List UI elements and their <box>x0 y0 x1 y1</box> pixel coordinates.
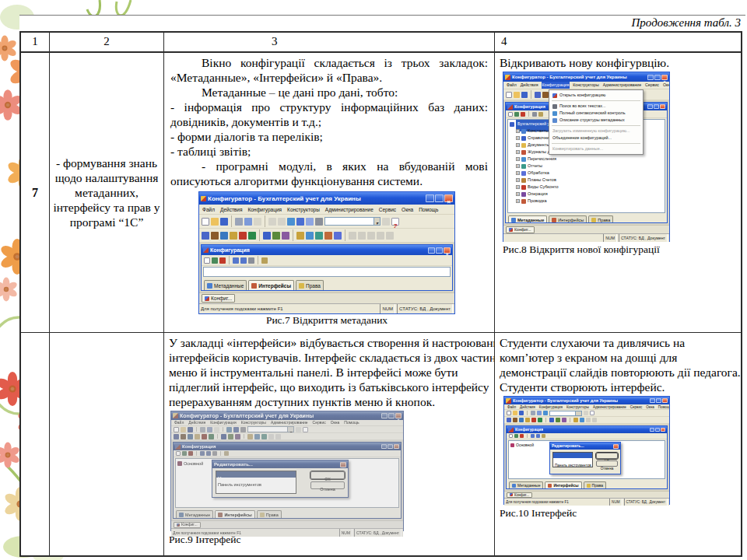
check-icon <box>552 111 557 116</box>
column-header-2: 2 <box>50 33 164 53</box>
menu-item: Файл <box>202 205 216 215</box>
tree-node-icon <box>521 143 526 148</box>
maximize-icon <box>388 413 395 418</box>
toolbar-icon <box>349 232 356 240</box>
move-up-icon <box>240 257 247 264</box>
toolbar-icon <box>573 418 578 422</box>
dropdown-arrow-icon <box>287 427 293 432</box>
listbox-option: Меню <box>216 471 296 478</box>
menu-bar: ФайлДействияКонфигурацияКонструкторыАдми… <box>171 420 403 426</box>
fig9-configurator-screenshot: Конфигуратор - Бухгалтерский учет для Ук… <box>170 411 404 531</box>
window-titlebar: Конфигуратор - Бухгалтерский учет для Ук… <box>199 192 454 205</box>
toolbar-icon <box>538 418 542 422</box>
standard-toolbar <box>171 426 403 433</box>
1c-app-icon <box>201 196 206 201</box>
menu-item-metadata-structure: Описание структуры метаданных <box>549 117 643 124</box>
menu-item: Сервис <box>644 82 660 89</box>
monitor-icon <box>207 283 212 289</box>
desc-bullet: - форми діалогів та переліків; <box>170 129 488 144</box>
sort-icon <box>248 257 254 264</box>
move-up-icon <box>536 434 540 438</box>
toolbar-icon <box>239 232 247 240</box>
search-icon <box>240 427 246 432</box>
fig10-configurator-screenshot: Конфигуратор - Бухгалтерский учет для Ук… <box>503 396 670 505</box>
new-item-icon <box>508 112 513 117</box>
minimize-icon <box>647 104 653 109</box>
menu-item: Окна <box>662 82 669 89</box>
close-icon <box>661 428 665 432</box>
save-icon <box>220 218 228 226</box>
dialog-title: Редактировать... <box>552 443 584 450</box>
table-icon <box>235 434 240 439</box>
fig8-configurator-screenshot: Конфигуратор - Бухгалтерский учет для Ук… <box>503 72 670 242</box>
toolbar-icon <box>188 434 193 439</box>
maximize-icon <box>655 428 660 432</box>
configurator-toolbar <box>504 417 669 424</box>
configurator-toolbar <box>199 229 454 243</box>
menu-item: Администрирование <box>592 404 627 410</box>
minimized-window-button: Конфиг... <box>202 294 235 303</box>
empty-cell <box>50 333 164 555</box>
configurator-toolbar <box>171 433 403 440</box>
window-icon <box>218 513 223 517</box>
desc-paragraph: Метаданные – це дані про дані, тобто: <box>170 85 488 100</box>
interface-toolbar <box>507 433 667 439</box>
desc-paragraph: - програмні модулі, в яких на вбудованій… <box>170 159 488 188</box>
table-icon <box>272 232 280 240</box>
mdi-taskbar: Конфиг... <box>503 225 669 233</box>
toolbar-icon <box>324 232 332 240</box>
menu-bar: ФайлДействияКонфигурацияКонструкторыАдми… <box>199 205 454 215</box>
menu-item: Помощь <box>343 420 359 426</box>
key-icon <box>587 484 591 488</box>
mdi-taskbar: Конфиг... <box>171 520 403 528</box>
print-preview-icon <box>278 218 286 226</box>
search-combobox <box>247 426 294 432</box>
tab-rights: Права <box>257 510 282 519</box>
toolbar-icon <box>211 232 219 240</box>
content-column-row-next: У закладці «інтерфейси» відбувається ств… <box>164 333 495 555</box>
cut-icon <box>531 411 535 415</box>
status-db-document: СТАТУС: БД , Документ <box>624 498 668 506</box>
menu-item: Конфигурация <box>538 404 563 410</box>
toolbar-icon <box>580 418 584 422</box>
toolbar-icon <box>586 418 591 422</box>
configuration-dropdown-menu: Открыть конфигурацию Поиск во всех текст… <box>549 89 644 155</box>
toolbar-icon <box>386 232 394 240</box>
menu-item-open-configuration: Открыть конфигурацию <box>549 92 643 99</box>
configuration-tabs: Метаданные Интерфейсы Права <box>174 509 401 519</box>
tree-node-icon <box>521 164 526 169</box>
dropdown-arrow-icon <box>575 411 581 415</box>
tab-interfaces: Интерфейсы <box>248 280 294 291</box>
toolbar-icon <box>174 434 179 439</box>
window-titlebar: Конфигуратор - Бухгалтерский учет для Ук… <box>503 72 669 82</box>
menu-item: Конфигурация <box>247 205 282 215</box>
document-icon <box>552 118 557 123</box>
ok-button: ОК <box>596 453 618 459</box>
window-title: Конфигурация <box>182 443 216 450</box>
fig10-caption: Рис.10 Інтерфейс <box>500 507 735 520</box>
binoculars-icon <box>552 104 557 109</box>
user-icon <box>221 434 226 439</box>
actions-column-row-next: Студенти слухаючи та дивлячись на комп’ю… <box>495 333 741 555</box>
help-icon <box>590 411 594 415</box>
table-icon <box>228 434 233 439</box>
window-icon <box>552 218 556 222</box>
interfaces-description: У закладці «інтерфейси» відбувається ств… <box>169 335 488 409</box>
interface-parts-listbox: Меню Панель инструментов <box>216 471 296 494</box>
content-column-row7: Вікно конфігурації складається із трьох … <box>164 53 495 333</box>
minimize-icon <box>650 428 654 432</box>
monitor-icon <box>287 218 295 226</box>
new-item-icon <box>509 434 513 438</box>
table-icon <box>282 232 289 240</box>
tab-interfaces: Интерфейсы <box>215 510 254 519</box>
user-icon <box>263 232 271 240</box>
tree-node-icon <box>521 192 526 197</box>
interface-parts-listbox: Меню Панель инструментов <box>552 452 593 467</box>
toolbar-icon <box>296 232 304 240</box>
tree-node-icon <box>521 129 526 134</box>
interface-toolbar <box>174 450 401 457</box>
mdi-taskbar: Конфиг... <box>199 292 454 303</box>
minimized-window-button: Конфиг... <box>507 492 532 498</box>
paste-icon <box>254 218 261 226</box>
tree-node-icon <box>521 178 526 183</box>
